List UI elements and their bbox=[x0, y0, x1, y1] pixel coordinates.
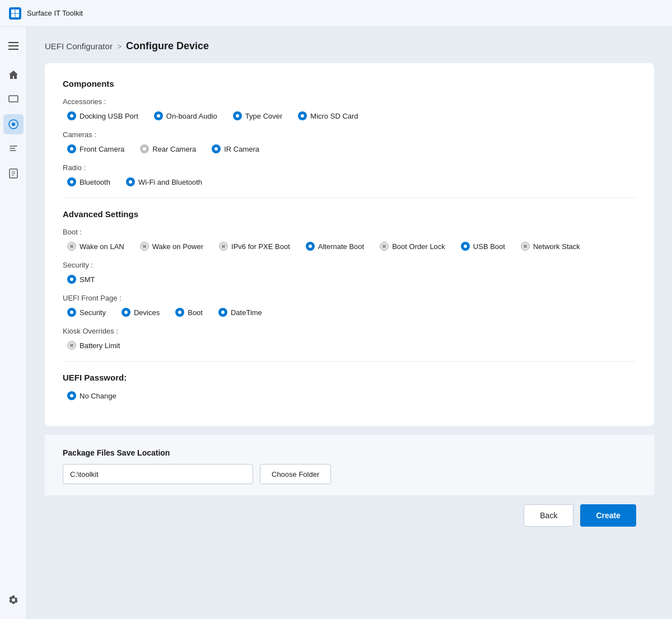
fp-devices-dot bbox=[122, 308, 130, 317]
package-row: Choose Folder bbox=[63, 464, 636, 484]
app-icon bbox=[9, 7, 21, 20]
choose-folder-button[interactable]: Choose Folder bbox=[260, 464, 331, 484]
cameras-options: Front Camera Rear Camera IR Camera bbox=[63, 144, 636, 153]
list-item[interactable]: No Change bbox=[67, 391, 116, 400]
package-section: Package Files Save Location Choose Folde… bbox=[45, 435, 654, 495]
boot-label: Boot : bbox=[63, 228, 636, 236]
list-item[interactable]: Docking USB Port bbox=[67, 111, 138, 120]
list-item[interactable]: IPv6 for PXE Boot bbox=[219, 242, 290, 251]
list-item[interactable]: Security bbox=[67, 308, 106, 317]
list-item[interactable]: DateTime bbox=[218, 308, 262, 317]
ipv6-pxe-boot-label: IPv6 for PXE Boot bbox=[231, 242, 290, 251]
app-title: Surface IT Toolkit bbox=[27, 9, 83, 17]
kiosk-overrides-options: Battery Limit bbox=[63, 341, 636, 350]
sidebar-menu-button[interactable] bbox=[3, 36, 24, 56]
usb-boot-label: USB Boot bbox=[473, 242, 505, 251]
list-item[interactable]: USB Boot bbox=[461, 242, 505, 251]
kiosk-overrides-section: Kiosk Overrides : Battery Limit bbox=[63, 327, 636, 350]
components-title: Components bbox=[63, 79, 636, 88]
onboard-audio-label: On-board Audio bbox=[166, 112, 217, 120]
list-item[interactable]: On-board Audio bbox=[154, 111, 217, 120]
svg-rect-1 bbox=[16, 10, 20, 13]
list-item[interactable]: Micro SD Card bbox=[298, 111, 358, 120]
cameras-label: Cameras : bbox=[63, 130, 636, 139]
type-cover-dot bbox=[233, 111, 242, 120]
list-item[interactable]: Wake on Power bbox=[140, 242, 203, 251]
boot-order-lock-label: Boot Order Lock bbox=[392, 242, 445, 251]
network-stack-label: Network Stack bbox=[533, 242, 580, 251]
list-item[interactable]: Bluetooth bbox=[67, 177, 110, 186]
network-stack-dot bbox=[521, 242, 530, 251]
onboard-audio-dot bbox=[154, 111, 163, 120]
back-button[interactable]: Back bbox=[524, 504, 573, 527]
path-input[interactable] bbox=[63, 464, 253, 484]
svg-rect-4 bbox=[9, 96, 18, 102]
breadcrumb: UEFI Configurator > Configure Device bbox=[45, 40, 654, 52]
uefi-password-title: UEFI Password: bbox=[63, 373, 636, 382]
svg-point-6 bbox=[12, 123, 15, 126]
advanced-title: Advanced Settings bbox=[63, 209, 636, 219]
list-item[interactable]: Alternate Boot bbox=[306, 242, 364, 251]
list-item[interactable]: Type Cover bbox=[233, 111, 282, 120]
wake-on-lan-label: Wake on LAN bbox=[80, 242, 124, 251]
create-button[interactable]: Create bbox=[580, 504, 636, 527]
radio-section: Radio : Bluetooth Wi-Fi and Bluetooth bbox=[63, 163, 636, 186]
divider2 bbox=[63, 361, 636, 362]
breadcrumb-current: Configure Device bbox=[126, 40, 209, 52]
sidebar-item-reports[interactable] bbox=[3, 163, 24, 184]
list-item[interactable]: Boot bbox=[175, 308, 203, 317]
fp-boot-dot bbox=[175, 308, 184, 317]
sidebar-item-home[interactable] bbox=[3, 65, 24, 85]
list-item[interactable]: Battery Limit bbox=[67, 341, 120, 350]
uefi-password-options: No Change bbox=[63, 391, 636, 400]
sidebar-item-uefi[interactable] bbox=[3, 114, 24, 134]
list-item[interactable]: Rear Camera bbox=[140, 144, 196, 153]
security-label: Security : bbox=[63, 261, 636, 269]
svg-rect-0 bbox=[11, 10, 15, 13]
docking-usb-port-dot bbox=[67, 111, 76, 120]
battery-limit-label: Battery Limit bbox=[80, 341, 120, 350]
uefi-password-section: No Change bbox=[63, 391, 636, 400]
docking-usb-port-label: Docking USB Port bbox=[80, 112, 138, 120]
wake-on-power-label: Wake on Power bbox=[152, 242, 203, 251]
sidebar-settings-button[interactable] bbox=[3, 590, 24, 610]
fp-security-label: Security bbox=[80, 308, 106, 317]
list-item[interactable]: Front Camera bbox=[67, 144, 124, 153]
no-change-label: No Change bbox=[80, 392, 116, 400]
uefi-front-page-options: Security Devices Boot DateTime bbox=[63, 308, 636, 317]
fp-boot-label: Boot bbox=[188, 308, 203, 317]
sidebar-item-scripts[interactable] bbox=[3, 139, 24, 159]
micro-sd-card-label: Micro SD Card bbox=[310, 112, 358, 120]
uefi-front-page-label: UEFI Front Page : bbox=[63, 294, 636, 302]
list-item[interactable]: SMT bbox=[67, 275, 95, 284]
list-item[interactable]: IR Camera bbox=[212, 144, 259, 153]
boot-order-lock-dot bbox=[380, 242, 389, 251]
accessories-label: Accessories : bbox=[63, 97, 636, 106]
list-item[interactable]: Boot Order Lock bbox=[380, 242, 445, 251]
accessories-options: Docking USB Port On-board Audio Type Cov… bbox=[63, 111, 636, 120]
security-options: SMT bbox=[63, 275, 636, 284]
breadcrumb-separator: > bbox=[117, 42, 122, 51]
list-item[interactable]: Wake on LAN bbox=[67, 242, 124, 251]
list-item[interactable]: Network Stack bbox=[521, 242, 580, 251]
fp-datetime-dot bbox=[218, 308, 227, 317]
accessories-section: Accessories : Docking USB Port On-board … bbox=[63, 97, 636, 120]
smt-label: SMT bbox=[80, 275, 95, 284]
micro-sd-card-dot bbox=[298, 111, 307, 120]
bluetooth-dot bbox=[67, 177, 76, 186]
content-area: UEFI Configurator > Configure Device Com… bbox=[27, 27, 672, 619]
breadcrumb-link[interactable]: UEFI Configurator bbox=[45, 41, 113, 51]
alternate-boot-dot bbox=[306, 242, 315, 251]
front-camera-dot bbox=[67, 144, 76, 153]
list-item[interactable]: Wi-Fi and Bluetooth bbox=[126, 177, 202, 186]
divider bbox=[63, 198, 636, 198]
fp-devices-label: Devices bbox=[134, 308, 160, 317]
bluetooth-label: Bluetooth bbox=[80, 178, 110, 186]
ir-camera-dot bbox=[212, 144, 221, 153]
ir-camera-label: IR Camera bbox=[224, 145, 259, 153]
boot-section: Boot : Wake on LAN Wake on Power IPv6 fo… bbox=[63, 228, 636, 251]
ipv6-pxe-boot-dot bbox=[219, 242, 228, 251]
list-item[interactable]: Devices bbox=[122, 308, 160, 317]
sidebar-item-devices[interactable] bbox=[3, 90, 24, 110]
wake-on-power-dot bbox=[140, 242, 149, 251]
